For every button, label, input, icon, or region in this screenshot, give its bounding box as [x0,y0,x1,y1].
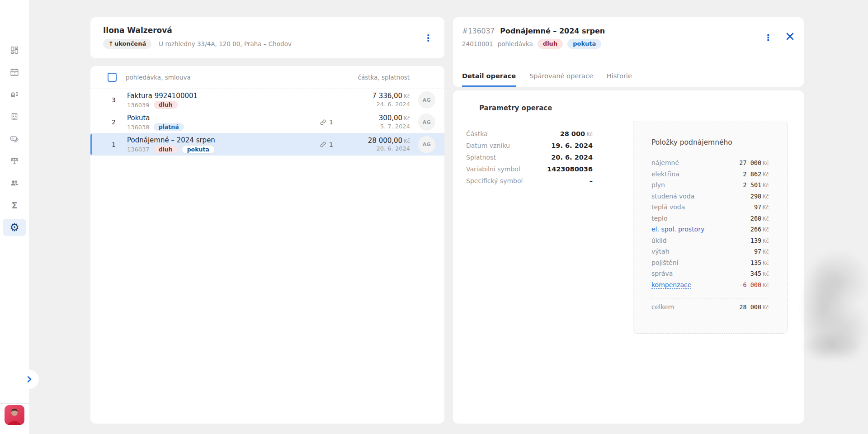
operation-id: 136039 [127,102,150,108]
person-menu-button[interactable]: ⋮ [420,32,436,44]
badge-dluh: dluh [154,146,178,154]
operation-id: 136037 [127,146,150,153]
column-header-left: pohledávka, smlouva [126,74,191,81]
due-date: 20. 6. 2024 [342,145,410,153]
detail-content-card: Parametry operace Částka28 000Kč Datum v… [453,90,804,424]
badge-platna: platná [154,123,184,131]
scales-icon[interactable] [9,156,19,166]
detail-header-card: #136037 Podnájemné – 2024 srpen 24010001… [453,17,804,87]
person-card: Ilona Walzerová ↑ ukončená U rozhledny 3… [90,17,444,58]
table-header: pohledávka, smlouva částka, splatnost [90,66,444,89]
link-icon [320,119,326,126]
operations-table: pohledávka, smlouva částka, splatnost 3 … [90,66,444,424]
close-icon [786,33,794,40]
row-index: 2 [108,118,116,126]
chevron-right-icon [26,376,33,383]
sidebar-nav: Σ ⚙ [0,0,29,232]
user-avatar[interactable] [5,405,24,425]
operation-title: Pokuta [127,114,320,122]
sum-icon[interactable]: Σ [9,200,19,210]
people-icon[interactable] [9,178,19,188]
items-divider [651,298,769,298]
gear-icon: ⚙ [9,222,19,233]
sublease-items-card: Položky podnájemného nájemné27 000Kč ele… [633,121,788,334]
params-list: Částka28 000Kč Datum vzniku19. 6. 2024 S… [466,130,593,189]
property-icon[interactable] [9,90,19,99]
operation-id: 136038 [127,124,150,131]
row-index: 1 [108,141,116,148]
item-link[interactable]: el. spol. prostory [651,226,704,233]
badge-dluh: dluh [154,101,178,109]
avatar: AG [418,91,435,108]
amount: 28 000,00 [368,137,402,145]
tab-sparovane-operace[interactable]: Spárované operace [529,72,593,87]
tab-detail-operace[interactable]: Detail operace [462,72,516,87]
item-link[interactable]: kompenzace [651,281,691,289]
items-list: nájemné27 000Kč elektřina2 862Kč plyn2 5… [651,159,769,292]
tab-historie[interactable]: Historie [607,72,632,87]
badge-pokuta: pokuta [567,39,601,49]
items-title: Položky podnájemného [651,138,769,146]
status-label: ukončená [114,40,146,47]
building-icon[interactable] [9,112,19,122]
dashboard-icon[interactable] [9,45,19,55]
sidebar-expand-button[interactable] [20,370,39,389]
sidebar-divider [0,403,29,404]
operation-code: 24010001 [462,40,493,47]
operation-number: #136037 [462,27,495,35]
operation-type: pohledávka [498,40,533,47]
table-row[interactable]: 2 Pokuta 136038 platná 1 300,00Kč 5. 7. … [90,111,444,133]
detail-title: Podnájemné – 2024 srpen [500,27,605,35]
avatar: AG [418,113,435,131]
decorative-smoke-image [800,250,868,362]
arrow-up-icon: ↑ [108,40,113,47]
amount: 300,00 [379,114,403,122]
badge-pokuta: pokuta [182,145,215,154]
person-name: Ilona Walzerová [103,26,432,35]
table-row[interactable]: 3 Faktura 9924100001 136039 dluh 7 336,0… [90,89,444,111]
column-header-right: částka, splatnost [358,74,410,81]
status-badge: ↑ ukončená [103,39,151,49]
row-index: 3 [108,96,116,104]
due-date: 24. 6. 2024 [342,101,410,108]
select-all-checkbox[interactable] [108,73,117,82]
person-address: U rozhledny 33/4A, 120 00, Praha – Chodo… [159,40,292,47]
table-row-selected[interactable]: 1 Podnájemné – 2024 srpen 136037 dluh po… [90,133,444,156]
close-button[interactable] [784,31,796,44]
link-icon [320,141,326,148]
detail-tabs: Detail operace Spárované operace Histori… [462,72,632,87]
billing-icon[interactable] [9,134,19,144]
items-total: celkem 28 000Kč [651,303,769,311]
linked-count: 1 [320,118,333,126]
amount: 7 336,00 [372,92,402,100]
badge-dluh: dluh [538,39,563,49]
sidebar: Σ ⚙ [0,0,29,434]
linked-count: 1 [320,141,333,148]
operation-title: Faktura 9924100001 [127,92,342,100]
settings-nav-item[interactable]: ⚙ [3,219,26,236]
operation-title: Podnájemné – 2024 srpen [127,136,320,144]
detail-menu-button[interactable]: ⋮ [760,31,776,44]
calendar-icon[interactable] [9,67,19,77]
params-title: Parametry operace [479,104,552,112]
due-date: 5. 7. 2024 [342,123,410,131]
avatar: AG [418,136,435,153]
